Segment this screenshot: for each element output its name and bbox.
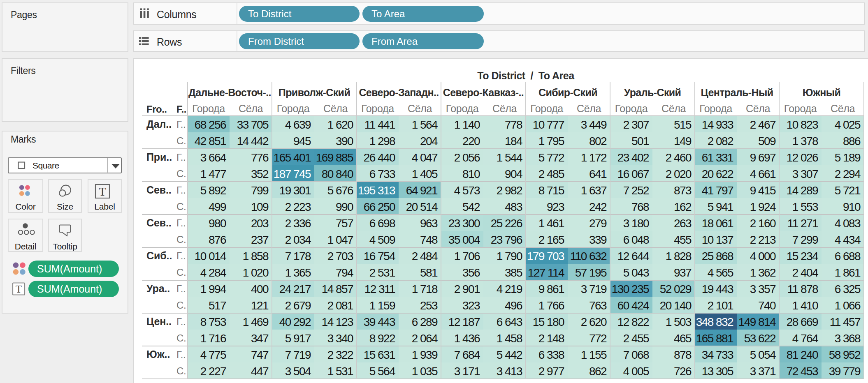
svg-text:T: T xyxy=(16,284,22,295)
svg-text:T: T xyxy=(99,185,106,198)
